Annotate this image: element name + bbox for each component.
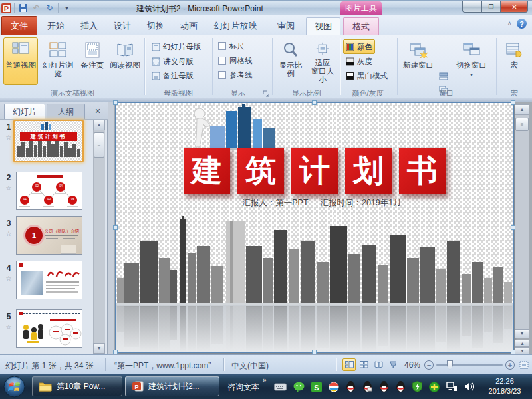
color-button[interactable]: 颜色: [343, 39, 375, 54]
save-icon[interactable]: [17, 3, 29, 14]
work-area: 幻灯片 大纲 ✕ 1 ☆ 建筑计划书 2 ☆: [0, 102, 532, 354]
scroll-down-button[interactable]: ▼: [515, 329, 529, 338]
scroll-up-button[interactable]: ▲: [515, 104, 529, 115]
notes-page-button[interactable]: 备注页: [78, 37, 107, 85]
previous-slide-button[interactable]: ▲: [515, 340, 529, 347]
help-icon[interactable]: ?: [517, 19, 527, 29]
scroll-track[interactable]: [515, 115, 529, 329]
slide-master-button[interactable]: 幻灯片母版: [149, 39, 204, 54]
slide-thumbnail-5[interactable]: [16, 309, 82, 348]
undo-icon[interactable]: ↶: [31, 3, 42, 14]
collapse-ribbon-icon[interactable]: ˄: [507, 20, 511, 27]
handout-master-button[interactable]: 讲义母版: [149, 54, 196, 68]
zoom-percent[interactable]: 46%: [404, 360, 420, 370]
taskbar-toolbar-title[interactable]: 咨询文本: [227, 382, 259, 393]
volume-tray-icon[interactable]: [464, 382, 474, 392]
keyboard-tray-icon[interactable]: [274, 382, 287, 392]
slide-number: 3: [3, 219, 14, 228]
selection-handle[interactable]: [511, 100, 515, 105]
slide-thumbnail-3[interactable]: 1 公司（团队）介绍: [16, 216, 82, 255]
wechat-tray-icon[interactable]: [293, 382, 305, 392]
selection-handle[interactable]: [312, 100, 317, 105]
quick-access-toolbar: P ↶ ↻ ▼: [1, 2, 72, 14]
switch-window-button[interactable]: 切换窗口 ▼: [452, 37, 491, 85]
sogou-s-tray-icon[interactable]: S: [311, 382, 322, 392]
zoom-button[interactable]: 显示比例: [275, 37, 306, 85]
new-window-button[interactable]: 新建窗口: [400, 37, 437, 85]
safe-ball-tray-icon[interactable]: [429, 382, 440, 392]
qq-tray-icon-2[interactable]: [362, 381, 372, 392]
ruler-checkbox[interactable]: 标尺: [218, 40, 245, 52]
pane-scroll-up[interactable]: ▲: [93, 120, 105, 130]
selection-handle[interactable]: [113, 225, 118, 230]
pane-scroll-thumb[interactable]: ≡: [94, 132, 104, 158]
close-button[interactable]: ✕: [501, 1, 528, 13]
selection-handle[interactable]: [312, 350, 317, 354]
powerpoint-app-icon[interactable]: P: [1, 3, 11, 13]
qat-dropdown-icon[interactable]: ▼: [61, 3, 72, 14]
slide-thumbnail-2[interactable]: 01 02 03 04 05: [16, 172, 82, 210]
black-white-button[interactable]: 黑白模式: [343, 68, 390, 83]
macro-button[interactable]: 宏: [501, 37, 527, 85]
fit-slide-button[interactable]: [517, 358, 531, 371]
tab-transitions[interactable]: 切换: [140, 17, 172, 35]
grayscale-button[interactable]: 灰度: [343, 54, 375, 68]
qq-tray-icon-1[interactable]: [346, 381, 356, 392]
taskbar-clock[interactable]: 22:26 2018/3/23: [481, 376, 528, 396]
zoom-slider-track[interactable]: [436, 364, 503, 366]
tab-design[interactable]: 设计: [106, 17, 138, 35]
language-indicator[interactable]: 中文(中国): [231, 360, 269, 372]
pane-scroll-down[interactable]: ▼: [93, 343, 105, 354]
qq-tray-icon-3[interactable]: [379, 381, 389, 392]
zoom-out-button[interactable]: –: [424, 360, 434, 370]
next-slide-button[interactable]: ▼: [515, 347, 529, 354]
statusbar-slideshow-button[interactable]: [386, 358, 400, 371]
shield-tray-icon[interactable]: [412, 381, 422, 392]
qq-tray-icon-4[interactable]: [396, 381, 406, 392]
color-icon: [346, 43, 354, 51]
tab-home[interactable]: 开始: [40, 17, 72, 35]
tab-slideshow[interactable]: 幻灯片放映: [206, 17, 265, 35]
statusbar-normal-view-button[interactable]: [342, 358, 356, 371]
taskbar-item-explorer[interactable]: 第10章 Pow...: [32, 376, 122, 396]
normal-view-button[interactable]: 普通视图: [3, 37, 38, 85]
selection-handle[interactable]: [511, 225, 515, 230]
redo-icon[interactable]: ↻: [44, 3, 55, 14]
slide-thumbnail-4[interactable]: [16, 261, 82, 299]
tab-file[interactable]: 文件: [1, 16, 37, 35]
arrange-all-icon[interactable]: [439, 72, 448, 80]
tab-slides-thumbnails[interactable]: 幻灯片: [4, 104, 45, 119]
tab-review[interactable]: 审阅: [269, 17, 303, 35]
gridlines-checkbox[interactable]: 网格线: [218, 55, 253, 66]
toolbar-chevron-icon[interactable]: »: [263, 376, 267, 384]
taskbar-item-powerpoint[interactable]: P 建筑计划书2...: [125, 376, 219, 396]
slide-canvas[interactable]: 建 筑 计 划 书 汇报人：第一PPT汇报时间：2019年1月: [116, 103, 513, 352]
tab-animations[interactable]: 动画: [173, 17, 205, 35]
slide-thumbnail-1[interactable]: 建筑计划书: [13, 120, 84, 162]
close-pane-icon[interactable]: ✕: [92, 105, 104, 117]
minimize-button[interactable]: —: [462, 1, 481, 13]
tab-outline[interactable]: 大纲: [47, 104, 85, 119]
start-button[interactable]: [3, 376, 25, 398]
restore-button[interactable]: ❐: [481, 1, 501, 13]
selection-handle[interactable]: [113, 100, 118, 105]
reading-view-button[interactable]: 阅读视图: [108, 37, 142, 85]
pane-scroll-track[interactable]: [93, 130, 105, 344]
zoom-in-button[interactable]: +: [505, 360, 515, 370]
scroll-thumb[interactable]: ≡: [515, 118, 529, 131]
fit-to-window-button[interactable]: 适应窗口大小: [307, 37, 338, 85]
statusbar-reading-view-button[interactable]: [372, 358, 385, 371]
statusbar-sorter-view-button[interactable]: [357, 358, 370, 371]
tab-insert[interactable]: 插入: [73, 17, 105, 35]
show-dialog-launcher-icon[interactable]: [262, 90, 270, 98]
sogou-bear-tray-icon[interactable]: [329, 382, 339, 392]
guides-checkbox[interactable]: 参考线: [218, 69, 253, 81]
tab-view[interactable]: 视图: [306, 17, 340, 35]
zoom-slider-thumb[interactable]: [447, 360, 453, 370]
selection-handle[interactable]: [511, 350, 515, 354]
slide-sorter-button[interactable]: 幻灯片浏览: [39, 37, 76, 85]
tab-format[interactable]: 格式: [343, 17, 379, 35]
selection-handle[interactable]: [113, 350, 118, 354]
notes-master-button[interactable]: 备注母版: [149, 68, 196, 83]
network-tray-icon[interactable]: [446, 382, 458, 392]
